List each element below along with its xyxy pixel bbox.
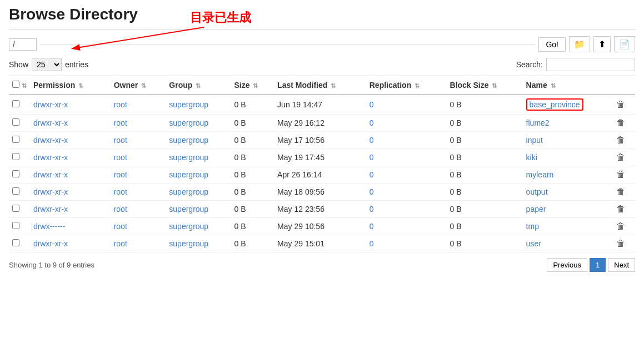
row-replication: 0: [366, 132, 447, 149]
owner-link[interactable]: root: [114, 222, 127, 231]
owner-link[interactable]: root: [114, 205, 127, 214]
header-replication: Replication ⇅: [366, 76, 447, 95]
permission-link[interactable]: drwx------: [33, 222, 66, 231]
permission-link[interactable]: drwxr-xr-x: [33, 100, 68, 109]
row-checkbox-cell: [9, 132, 30, 149]
select-all-checkbox[interactable]: [12, 81, 19, 88]
entries-select[interactable]: 10 25 50 100: [32, 58, 62, 71]
row-checkbox[interactable]: [12, 136, 19, 143]
owner-link[interactable]: root: [114, 187, 127, 196]
search-input[interactable]: [546, 58, 635, 71]
row-delete-cell: 🗑: [613, 218, 635, 235]
name-link[interactable]: base_province: [526, 98, 583, 111]
name-link[interactable]: flume2: [526, 118, 550, 127]
group-link[interactable]: supergroup: [169, 187, 208, 196]
table-header-row: ⇅ Permission ⇅ Owner ⇅ Group ⇅ Size ⇅ La…: [9, 76, 635, 95]
replication-link[interactable]: 0: [370, 239, 374, 248]
name-link[interactable]: input: [526, 136, 543, 145]
owner-link[interactable]: root: [114, 136, 127, 145]
delete-icon[interactable]: 🗑: [616, 118, 625, 127]
row-owner: root: [111, 166, 166, 184]
name-link[interactable]: kiki: [526, 153, 537, 162]
group-link[interactable]: supergroup: [169, 153, 208, 162]
replication-link[interactable]: 0: [370, 153, 374, 162]
row-delete-cell: 🗑: [613, 132, 635, 149]
row-size: 0 B: [231, 95, 274, 115]
owner-link[interactable]: root: [114, 239, 127, 248]
group-link[interactable]: supergroup: [169, 170, 208, 179]
row-last-modified: May 29 10:56: [274, 218, 366, 235]
row-name: kiki: [523, 149, 613, 166]
row-permission: drwxr-xr-x: [30, 149, 111, 166]
group-link[interactable]: supergroup: [169, 136, 208, 145]
replication-link[interactable]: 0: [370, 100, 374, 109]
name-link[interactable]: paper: [526, 205, 546, 214]
row-permission: drwxr-xr-x: [30, 95, 111, 115]
permission-link[interactable]: drwxr-xr-x: [33, 153, 68, 162]
delete-icon[interactable]: 🗑: [616, 187, 625, 196]
next-button[interactable]: Next: [608, 258, 635, 272]
name-link[interactable]: output: [526, 187, 548, 196]
owner-link[interactable]: root: [114, 118, 127, 127]
owner-link[interactable]: root: [114, 100, 127, 109]
delete-icon[interactable]: 🗑: [616, 239, 625, 248]
row-last-modified: May 29 15:01: [274, 235, 366, 252]
replication-link[interactable]: 0: [370, 222, 374, 231]
name-link[interactable]: user: [526, 239, 541, 248]
page-1-button[interactable]: 1: [590, 258, 606, 272]
previous-button[interactable]: Previous: [547, 258, 587, 272]
delete-icon[interactable]: 🗑: [616, 152, 625, 162]
file-button[interactable]: 📄: [614, 36, 635, 52]
row-checkbox[interactable]: [12, 239, 19, 246]
permission-link[interactable]: drwxr-xr-x: [33, 205, 68, 214]
permission-link[interactable]: drwxr-xr-x: [33, 187, 68, 196]
row-owner: root: [111, 184, 166, 201]
delete-icon[interactable]: 🗑: [616, 100, 625, 109]
group-link[interactable]: supergroup: [169, 100, 208, 109]
header-permission: Permission ⇅: [30, 76, 111, 95]
replication-link[interactable]: 0: [370, 136, 374, 145]
name-link[interactable]: tmp: [526, 222, 539, 231]
replication-link[interactable]: 0: [370, 118, 374, 127]
name-link[interactable]: mylearn: [526, 170, 554, 179]
permission-link[interactable]: drwxr-xr-x: [33, 170, 68, 179]
sort-blocksize-icon: ⇅: [492, 82, 497, 89]
upload-button[interactable]: ⬆: [593, 36, 611, 52]
row-checkbox[interactable]: [12, 153, 19, 160]
row-checkbox[interactable]: [12, 100, 19, 107]
table-row: drwxr-xr-xrootsupergroup0 BMay 29 15:010…: [9, 235, 635, 252]
row-checkbox[interactable]: [12, 170, 19, 177]
row-checkbox[interactable]: [12, 187, 19, 195]
group-link[interactable]: supergroup: [169, 118, 208, 127]
search-area: Search:: [516, 58, 635, 71]
group-link[interactable]: supergroup: [169, 205, 208, 214]
row-last-modified: May 17 10:56: [274, 132, 366, 149]
row-replication: 0: [366, 184, 447, 201]
replication-link[interactable]: 0: [370, 170, 374, 179]
row-checkbox[interactable]: [12, 205, 19, 212]
row-last-modified: May 18 09:56: [274, 184, 366, 201]
delete-icon[interactable]: 🗑: [616, 170, 625, 179]
row-checkbox-cell: [9, 201, 30, 218]
table-row: drwxr-xr-xrootsupergroup0 BJun 19 14:470…: [9, 95, 635, 115]
group-link[interactable]: supergroup: [169, 222, 208, 231]
delete-icon[interactable]: 🗑: [616, 221, 625, 231]
table-body: drwxr-xr-xrootsupergroup0 BJun 19 14:470…: [9, 95, 635, 252]
sort-owner-icon: ⇅: [141, 82, 146, 89]
permission-link[interactable]: drwxr-xr-x: [33, 239, 68, 248]
owner-link[interactable]: root: [114, 153, 127, 162]
permission-link[interactable]: drwxr-xr-x: [33, 118, 68, 127]
replication-link[interactable]: 0: [370, 205, 374, 214]
group-link[interactable]: supergroup: [169, 239, 208, 248]
row-checkbox[interactable]: [12, 118, 19, 126]
delete-icon[interactable]: 🗑: [616, 204, 625, 214]
go-button[interactable]: Go!: [538, 37, 566, 52]
delete-icon[interactable]: 🗑: [616, 135, 625, 145]
show-label: Show: [9, 60, 28, 69]
row-checkbox[interactable]: [12, 222, 19, 229]
replication-link[interactable]: 0: [370, 187, 374, 196]
folder-button[interactable]: 📁: [569, 36, 590, 52]
owner-link[interactable]: root: [114, 170, 127, 179]
header-owner: Owner ⇅: [111, 76, 166, 95]
permission-link[interactable]: drwxr-xr-x: [33, 136, 68, 145]
